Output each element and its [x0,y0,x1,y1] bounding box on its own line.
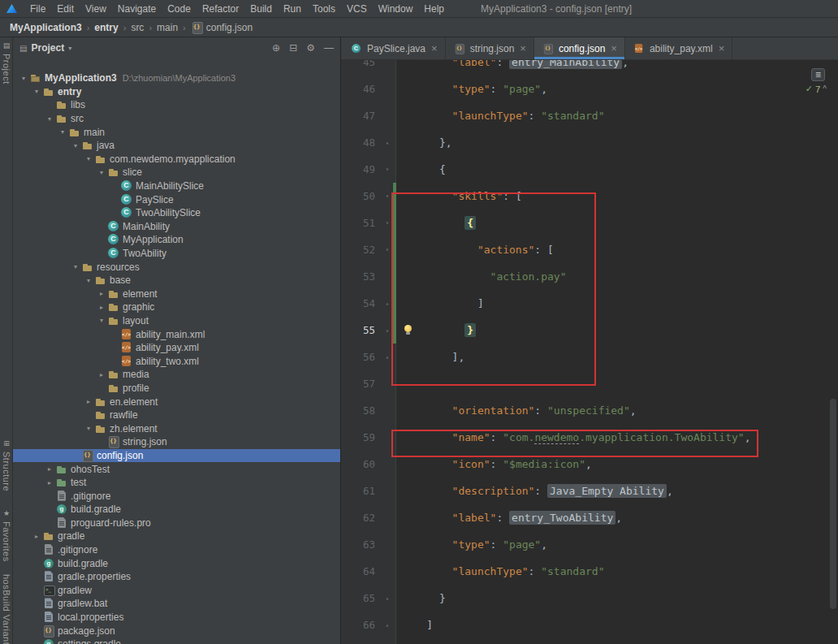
tree-item-TwoAbilitySlice[interactable]: TwoAbilitySlice [13,206,340,220]
chevron-down-icon[interactable]: ▾ [70,263,81,270]
tree-item-layout[interactable]: ▾layout [13,314,340,328]
inspection-collapse-icon[interactable]: ^ [823,84,827,93]
fold-open-icon[interactable]: ▾ [382,210,393,236]
tab-PaySlice.java[interactable]: PaySlice.java× [343,37,446,59]
tree-item-gradle.properties[interactable]: gradle.properties [13,570,340,584]
code-text[interactable]: ] [401,612,433,638]
tree-item-local.properties[interactable]: local.properties [13,611,340,625]
project-panel-title[interactable]: Project [31,42,64,54]
tree-item-profile[interactable]: profile [13,382,340,395]
code-text[interactable]: "label": entry_TwoAbility, [401,504,622,531]
code-text[interactable]: "icon": "$media:icon", [401,451,592,478]
code-text[interactable]: "description": Java_Empty Ability, [401,478,673,504]
code-line-47[interactable]: 47"launchType": "standard" [341,102,828,129]
fold-open-icon[interactable]: ▾ [382,236,393,263]
tree-item-graphic[interactable]: ▸graphic [13,300,340,314]
tool-stripe-project[interactable]: ▤ Project [0,41,13,84]
tool-stripe-favorites[interactable]: ★ Favorites [0,508,13,562]
tool-stripe-structure[interactable]: ⊞ Structure [0,439,13,491]
tree-item-java[interactable]: ▾java [13,139,340,153]
menu-item-help[interactable]: Help [418,3,450,15]
code-line-58[interactable]: 58"orientation": "unspecified", [341,397,828,424]
menu-item-vcs[interactable]: VCS [341,3,373,15]
fold-close-icon[interactable]: ▴ [382,290,393,317]
close-tab-icon[interactable]: × [431,42,438,54]
chevron-down-icon[interactable]: ▾ [18,75,29,82]
fold-close-icon[interactable]: ▴ [382,344,393,370]
breadcrumb-item-config.json[interactable]: config.json [189,21,254,34]
breadcrumb-item-src[interactable]: src [129,22,145,33]
editor-hamburger-icon[interactable]: ≡ [811,68,825,81]
tab-config.json[interactable]: config.json× [534,37,625,59]
tree-item-element[interactable]: ▸element [13,287,340,301]
menu-item-refactor[interactable]: Refactor [197,3,244,15]
chevron-down-icon[interactable]: ▾ [57,128,68,136]
code-line-65[interactable]: 65▴} [341,585,828,612]
menu-item-navigate[interactable]: Navigate [112,3,162,15]
chevron-down-icon[interactable]: ▾ [70,142,81,149]
code-line-46[interactable]: 46"type": "page", [341,76,828,102]
chevron-right-icon[interactable]: ▸ [83,398,94,405]
close-tab-icon[interactable]: × [520,42,526,54]
tree-item-TwoAbility[interactable]: TwoAbility [13,247,340,261]
chevron-right-icon[interactable]: ▸ [96,304,107,311]
fold-close-icon[interactable]: ▴ [382,612,393,638]
tree-item-MyApplication3[interactable]: ▾MyApplication3D:\zhuomian\MyApplication… [13,71,340,85]
code-line-59[interactable]: 59"name": "com.newdemo.myapplication.Two… [341,424,828,451]
code-text[interactable]: } [401,585,446,612]
tree-item-package.json[interactable]: package.json [13,624,340,638]
tree-item-proguard-rules.pro[interactable]: proguard-rules.pro [13,516,340,530]
chevron-right-icon[interactable]: ▸ [96,290,107,297]
code-text[interactable]: { [401,156,446,183]
tree-item-en.element[interactable]: ▸en.element [13,395,340,408]
code-text[interactable]: }, [401,129,452,156]
chevron-down-icon[interactable]: ▾ [96,317,107,324]
chevron-down-icon[interactable]: ▾ [68,45,71,52]
scrollbar-thumb[interactable] [830,399,836,609]
tab-string.json[interactable]: string.json× [446,37,534,59]
fold-open-icon[interactable]: ▾ [382,183,393,210]
code-text[interactable]: ], [401,344,464,370]
menu-item-window[interactable]: Window [373,3,419,15]
chevron-down-icon[interactable]: ▾ [31,88,42,95]
tree-item-build.gradle[interactable]: build.gradle [13,503,340,516]
locate-file-icon[interactable]: ⊕ [272,42,280,54]
chevron-right-icon[interactable]: ▸ [44,465,55,473]
code-text[interactable]: "label": entry_MainAbility, [401,60,628,76]
breadcrumb-item-entry[interactable]: entry [93,22,119,33]
code-line-56[interactable]: 56▴], [341,344,828,370]
tree-item-gradle[interactable]: ▸gradle [13,529,340,543]
tree-item-string.json[interactable]: string.json [13,435,340,449]
tree-item-ability_pay.xml[interactable]: ability_pay.xml [13,341,340,355]
menu-item-edit[interactable]: Edit [51,3,80,15]
code-text[interactable]: { [401,210,476,236]
code-line-63[interactable]: 63"type": "page", [341,531,828,558]
tool-stripe-build-variants[interactable]: hosBuild Variants [0,561,13,644]
tree-item-MainAbility[interactable]: MainAbility [13,220,340,234]
close-tab-icon[interactable]: × [719,42,725,54]
chevron-right-icon[interactable]: ▸ [44,479,55,486]
code-line-52[interactable]: 52▾"actions": [ [341,236,828,263]
code-text[interactable]: "type": "page", [401,531,547,558]
tree-item-slice[interactable]: ▾slice [13,166,340,179]
code-line-53[interactable]: 53"action.pay" [341,263,828,290]
tree-item-src[interactable]: ▾src [13,112,340,126]
tree-item-.gitignore[interactable]: .gitignore [13,489,340,503]
code-line-57[interactable]: 57 [341,370,828,397]
chevron-down-icon[interactable]: ▾ [44,115,55,123]
code-line-54[interactable]: 54▴] [341,290,828,317]
tree-item-.gitignore[interactable]: .gitignore [13,543,340,557]
collapse-all-icon[interactable]: ⊟ [289,42,297,54]
code-line-48[interactable]: 48▴}, [341,129,828,156]
chevron-down-icon[interactable]: ▾ [83,155,94,162]
code-line-60[interactable]: 60"icon": "$media:icon", [341,451,828,478]
tree-item-base[interactable]: ▾base [13,274,340,287]
tree-item-build.gradle[interactable]: build.gradle [13,556,340,570]
code-text[interactable]: "skills": [ [401,183,522,210]
chevron-down-icon[interactable]: ▾ [83,425,94,432]
menu-item-view[interactable]: View [80,3,112,15]
close-tab-icon[interactable]: × [611,42,617,54]
code-line-49[interactable]: 49▾{ [341,156,828,183]
tree-item-ability_main.xml[interactable]: ability_main.xml [13,327,340,341]
code-line-62[interactable]: 62"label": entry_TwoAbility, [341,504,828,531]
